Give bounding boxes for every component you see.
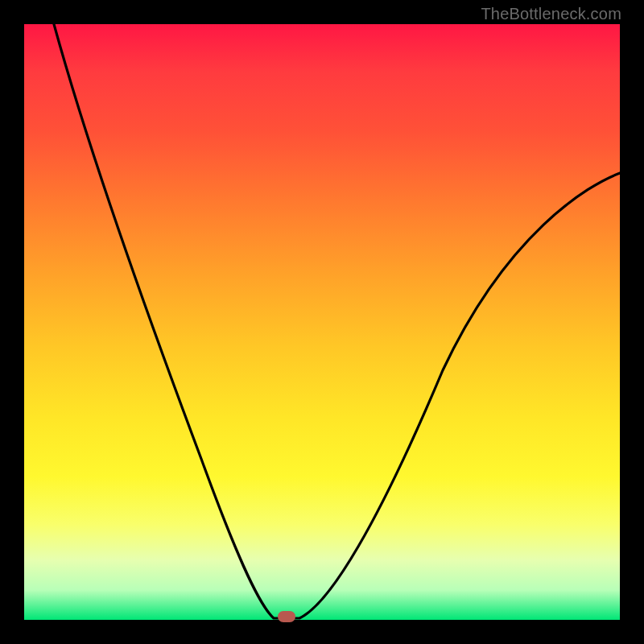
plot-area [24,24,620,620]
watermark-text: TheBottleneck.com [481,5,621,23]
optimal-point-marker [278,611,295,622]
curve-path [54,24,620,618]
chart-frame: TheBottleneck.com [0,0,644,644]
bottleneck-curve [24,24,620,620]
